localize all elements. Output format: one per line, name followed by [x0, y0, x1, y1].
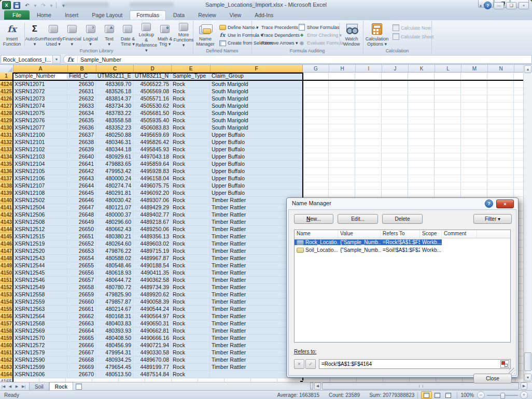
- grid-cell[interactable]: Upper Buffalo: [210, 190, 302, 197]
- scroll-up-icon[interactable]: ▲: [524, 65, 531, 73]
- financial-button[interactable]: Financial▾: [63, 22, 81, 47]
- tab-file[interactable]: File: [4, 10, 30, 20]
- grid-cell[interactable]: 480548.46: [96, 262, 133, 269]
- workbook-restore-icon[interactable]: ❏: [506, 2, 516, 9]
- grid-cell[interactable]: XSRN12520: [13, 248, 67, 255]
- grid-cell[interactable]: Rock: [171, 327, 210, 335]
- horizontal-scrollbar[interactable]: ◀ ▶: [314, 382, 528, 390]
- grid-cell[interactable]: 26646: [67, 197, 96, 204]
- list-column-header-scope[interactable]: Scope: [420, 230, 442, 238]
- grid-cell[interactable]: 26649: [67, 219, 96, 226]
- grid-cell[interactable]: 4489670.08: [133, 357, 171, 364]
- grid-cell[interactable]: Rock: [171, 110, 210, 117]
- grid-cell[interactable]: 4496158.04: [133, 175, 171, 182]
- grid-cell[interactable]: 4489307.06: [133, 197, 171, 204]
- grid-cell[interactable]: 26661: [67, 306, 96, 313]
- grid-cell[interactable]: Rock: [171, 190, 210, 197]
- grid-cell[interactable]: 26633: [67, 103, 96, 110]
- grid-cell[interactable]: 4490721.94: [133, 342, 171, 349]
- grid-cell[interactable]: 480000.24: [96, 175, 133, 182]
- grid-cell[interactable]: Rock: [171, 124, 210, 132]
- workbook-close-icon[interactable]: ×: [519, 2, 529, 9]
- grid-cell[interactable]: 480168.31: [96, 313, 133, 320]
- grid-cell[interactable]: XSRN12504: [13, 204, 67, 211]
- grid-cell[interactable]: 4489402.77: [133, 211, 171, 219]
- grid-cell[interactable]: 26648: [67, 211, 96, 219]
- workbook-minimize-icon[interactable]: —: [494, 2, 504, 9]
- grid-cell[interactable]: Rock: [171, 197, 210, 204]
- scroll-left-icon[interactable]: ◀: [314, 382, 321, 390]
- grid-cell[interactable]: 4489734.39: [133, 284, 171, 291]
- column-header-M[interactable]: M: [461, 65, 488, 73]
- grid-cell[interactable]: 26631: [67, 88, 96, 95]
- row-header[interactable]: 4155: [0, 306, 13, 313]
- grid-cell[interactable]: 483369.70: [96, 81, 133, 88]
- grid-cell[interactable]: South Marigold: [210, 88, 302, 95]
- zoom-level[interactable]: 100%: [460, 392, 474, 398]
- grid-cell[interactable]: 26665: [67, 335, 96, 342]
- grid-cell[interactable]: XSRN12506: [13, 211, 67, 219]
- grid-cell[interactable]: XSRN12606: [13, 371, 67, 378]
- grid-cell[interactable]: XSRN12102: [13, 146, 67, 153]
- grid-cell[interactable]: 4489218.67: [133, 219, 171, 226]
- grid-cell[interactable]: Upper Buffalo: [210, 146, 302, 153]
- column-header-L[interactable]: L: [435, 65, 461, 73]
- zoom-out-icon[interactable]: −: [477, 391, 485, 399]
- grid-cell[interactable]: Rock: [171, 306, 210, 313]
- show-formulas-button[interactable]: Show Formulas: [297, 23, 339, 31]
- text-button[interactable]: AText▾: [100, 22, 119, 47]
- grid-cell[interactable]: 480264.60: [96, 240, 133, 248]
- grid-cell[interactable]: 480291.81: [96, 190, 133, 197]
- grid-cell[interactable]: Rock: [171, 219, 210, 226]
- grid-cell[interactable]: Sample_Number: [13, 73, 67, 80]
- tab-view[interactable]: View: [223, 10, 248, 20]
- dialog-close-button[interactable]: Close: [473, 374, 512, 383]
- column-header-E[interactable]: E: [172, 65, 211, 73]
- list-column-header-value[interactable]: Value: [338, 230, 381, 238]
- grid-cell[interactable]: 480274.74: [96, 182, 133, 190]
- zoom-in-icon[interactable]: +: [520, 391, 528, 399]
- grid-cell[interactable]: 4487514.84: [133, 371, 171, 378]
- grid-cell[interactable]: XSRN12101: [13, 139, 67, 146]
- grid-cell[interactable]: Rock: [171, 153, 210, 161]
- grid-cell[interactable]: 26639: [67, 146, 96, 153]
- grid-cell[interactable]: Upper Buffalo: [210, 168, 302, 175]
- row-header[interactable]: 4136: [0, 168, 13, 175]
- grid-cell[interactable]: 26632: [67, 95, 96, 103]
- row-header[interactable]: 4164: [0, 371, 13, 378]
- row-header[interactable]: 4133: [0, 146, 13, 153]
- grid-cell[interactable]: 26666: [67, 342, 96, 349]
- help-icon[interactable]: ?: [484, 2, 492, 9]
- row-header[interactable]: 4156: [0, 313, 13, 320]
- grid-cell[interactable]: 26636: [67, 124, 96, 132]
- vertical-scroll-thumb[interactable]: [524, 352, 531, 371]
- grid-cell[interactable]: 480393.93: [96, 327, 133, 335]
- grid-cell[interactable]: 4489356.13: [133, 233, 171, 240]
- grid-cell[interactable]: 4489715.19: [133, 248, 171, 255]
- refers-to-input[interactable]: [319, 361, 500, 367]
- grid-cell[interactable]: 4489967.87: [133, 255, 171, 262]
- tab-insert[interactable]: Insert: [59, 10, 85, 20]
- grid-cell[interactable]: 26643: [67, 175, 96, 182]
- next-sheet-icon[interactable]: ▶: [13, 382, 20, 391]
- grid-cell[interactable]: 26638: [67, 139, 96, 146]
- grid-cell[interactable]: Rock: [171, 211, 210, 219]
- grid-cell[interactable]: Rock: [171, 313, 210, 320]
- grid-cell[interactable]: 26645: [67, 190, 96, 197]
- grid-cell[interactable]: UTM83Z11_N: [133, 73, 171, 80]
- grid-cell[interactable]: 26654: [67, 255, 96, 262]
- column-header-N[interactable]: N: [488, 65, 514, 73]
- column-header-B[interactable]: B: [68, 65, 96, 73]
- grid-cell[interactable]: 483814.37: [96, 95, 133, 103]
- grid-cell[interactable]: Rock: [171, 182, 210, 190]
- grid-cell[interactable]: XSRN12549: [13, 284, 67, 291]
- grid-cell[interactable]: 4490330.58: [133, 349, 171, 357]
- grid-cell[interactable]: 26634: [67, 110, 96, 117]
- more-button[interactable]: MoreFunctions ▾: [174, 22, 193, 47]
- grid-cell[interactable]: XSRN12599: [13, 364, 67, 371]
- grid-cell[interactable]: XSRN12107: [13, 182, 67, 190]
- grid-cell[interactable]: 26655: [67, 262, 96, 269]
- grid-cell[interactable]: 483734.30: [96, 103, 133, 110]
- grid-cell[interactable]: XSRN12072: [13, 88, 67, 95]
- grid-cell[interactable]: 26647: [67, 204, 96, 211]
